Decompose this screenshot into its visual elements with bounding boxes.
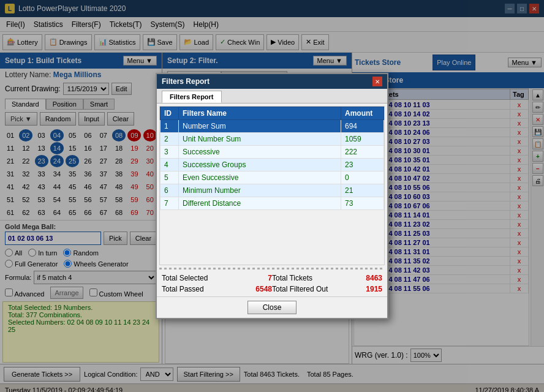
modal-row-id: 3 (161, 146, 179, 159)
modal-row-amount: 222 (341, 146, 384, 159)
modal-footer: Close (157, 296, 387, 318)
modal-row-id: 4 (161, 159, 179, 172)
modal-title-bar: Filters Report ✕ (157, 74, 387, 89)
modal-tab-filters-report[interactable]: Filters Report (162, 91, 222, 103)
modal-row-id: 7 (161, 197, 179, 210)
modal-row[interactable]: 7Different Distance73 (161, 197, 384, 210)
modal-tab-bar: Filters Report (157, 89, 387, 104)
modal-overlay: Filters Report ✕ Filters Report ID Filte… (0, 0, 544, 392)
modal-row-amount: 21 (341, 184, 384, 197)
modal-col-id: ID (161, 107, 179, 120)
modal-col-name: Filters Name (179, 107, 341, 120)
total-tickets-row: Total Tickets 8463 (272, 273, 382, 283)
modal-row-amount: 694 (341, 120, 384, 133)
modal-row-amount: 23 (341, 159, 384, 172)
modal-row-amount: 1059 (341, 133, 384, 146)
modal-row[interactable]: 5Even Successive0 (161, 172, 384, 184)
modal-row[interactable]: 1Number Sum694 (161, 120, 384, 133)
modal-row[interactable]: 2Unit Number Sum1059 (161, 133, 384, 146)
modal-row[interactable]: 3Successive222 (161, 146, 384, 159)
modal-row-name: Successive (179, 146, 341, 159)
modal-row[interactable]: 6Minimum Number21 (161, 184, 384, 197)
modal-row-name: Different Distance (179, 197, 341, 210)
modal-row-id: 2 (161, 133, 179, 146)
modal-close-btn[interactable]: ✕ (372, 77, 382, 86)
modal-row-name: Minimum Number (179, 184, 341, 197)
modal-col-amount: Amount (341, 107, 384, 120)
modal-table-wrap: ID Filters Name Amount 1Number Sum6942Un… (159, 106, 385, 265)
modal-close-footer-btn[interactable]: Close (247, 301, 297, 314)
modal-row-name: Successive Groups (179, 159, 341, 172)
modal-row-name: Number Sum (179, 120, 341, 133)
modal-row-amount: 0 (341, 172, 384, 184)
modal-row-id: 1 (161, 120, 179, 133)
total-passed-row: Total Passed 6548 (162, 284, 272, 294)
modal-row-id: 6 (161, 184, 179, 197)
modal-divider (159, 268, 385, 270)
filters-report-modal: Filters Report ✕ Filters Report ID Filte… (156, 73, 388, 319)
modal-row-amount: 73 (341, 197, 384, 210)
modal-row-name: Unit Number Sum (179, 133, 341, 146)
modal-table: ID Filters Name Amount 1Number Sum6942Un… (160, 107, 384, 210)
modal-title: Filters Report (162, 77, 210, 86)
modal-row[interactable]: 4Successive Groups23 (161, 159, 384, 172)
total-filtered-out-row: Total Filtered Out 1915 (272, 284, 382, 294)
modal-row-name: Even Successive (179, 172, 341, 184)
modal-content: ID Filters Name Amount 1Number Sum6942Un… (157, 106, 387, 296)
modal-row-id: 5 (161, 172, 179, 184)
modal-totals: Total Selected 7 Total Tickets 8463 Tota… (157, 271, 387, 296)
total-selected-row: Total Selected 7 (162, 273, 272, 283)
